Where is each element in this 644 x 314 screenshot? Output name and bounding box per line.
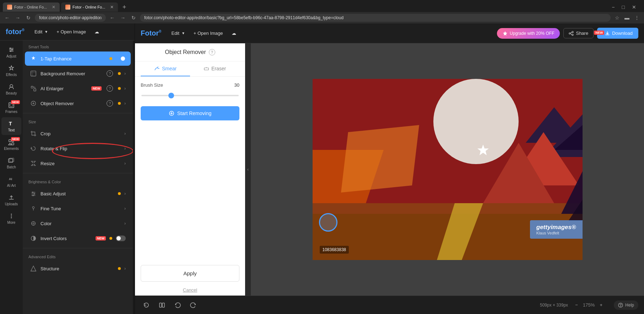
- tab-1[interactable]: Fotor - Online Fo... ✕: [3, 2, 60, 12]
- invert-icon: [30, 235, 37, 242]
- compare-button[interactable]: [156, 299, 168, 311]
- eraser-tab[interactable]: Eraser: [190, 61, 239, 76]
- right-edit-button[interactable]: Edit ▼: [167, 28, 189, 38]
- tab-2[interactable]: Fotor - Online Fo... ✕: [61, 2, 118, 12]
- zoom-out-button[interactable]: −: [572, 301, 581, 309]
- forward-button-2[interactable]: →: [119, 13, 127, 22]
- left-edit-button[interactable]: Edit ▼: [30, 27, 52, 37]
- svg-rect-21: [31, 86, 33, 88]
- tab-1-favicon: [7, 5, 12, 10]
- bg-remover-item[interactable]: Background Remover ? ›: [25, 66, 131, 81]
- ai-enlarger-info[interactable]: ?: [107, 85, 113, 92]
- invert-toggle[interactable]: [116, 236, 126, 241]
- sidebar-item-frames[interactable]: NEW Frames: [1, 99, 21, 117]
- undo-button[interactable]: [172, 299, 183, 311]
- advanced-label: Advanced Edits: [23, 250, 133, 261]
- one-tap-enhance-item[interactable]: 1-Tap Enhance: [25, 52, 131, 66]
- address-input-right[interactable]: [140, 14, 611, 22]
- tab-1-close[interactable]: ✕: [52, 5, 55, 10]
- svg-marker-32: [31, 266, 36, 271]
- object-remover-info[interactable]: ?: [107, 100, 113, 107]
- cancel-link[interactable]: Cancel: [135, 285, 245, 296]
- canvas-image: gettyimages® Klaus Vedfelt 1083683838: [313, 79, 583, 260]
- rotate-item[interactable]: Rotate & Flip ›: [25, 141, 131, 156]
- svg-marker-12: [9, 143, 11, 145]
- upgrade-button[interactable]: Upgrade with 20% OFF: [497, 28, 560, 39]
- help-button[interactable]: Help: [614, 301, 638, 310]
- right-cloud-button[interactable]: ☁: [227, 28, 240, 38]
- brush-size-row: Brush Size 30: [141, 82, 239, 88]
- sidebar-item-text[interactable]: T Text: [1, 117, 21, 135]
- basic-adjust-item[interactable]: Basic Adjust ›: [25, 186, 131, 201]
- resize-item[interactable]: Resize ›: [25, 156, 131, 170]
- minimize-button[interactable]: −: [610, 4, 617, 11]
- right-app-header: Fotor® Edit ▼ + Open Image ☁ Upgrade wit…: [135, 23, 644, 43]
- panel-collapse-handle[interactable]: ‹: [245, 43, 251, 296]
- share-button[interactable]: Share: [563, 28, 594, 38]
- redo-button[interactable]: [188, 299, 199, 311]
- back-button-2[interactable]: ←: [108, 13, 117, 22]
- close-button[interactable]: ✕: [630, 4, 638, 11]
- bg-remover-info[interactable]: ?: [107, 70, 113, 77]
- back-button[interactable]: ←: [3, 13, 11, 22]
- getty-text: gettyimages®: [536, 224, 576, 231]
- brush-size-slider[interactable]: [141, 95, 239, 96]
- brush-section: Brush Size 30: [135, 77, 245, 103]
- svg-point-3: [10, 48, 11, 49]
- new-tab-button[interactable]: +: [119, 2, 129, 12]
- getty-sub: Klaus Vedfelt: [536, 231, 576, 235]
- fine-tune-chevron: ›: [124, 206, 126, 211]
- canvas-area: gettyimages® Klaus Vedfelt 1083683838: [251, 43, 644, 296]
- browser-toolbar-icons: ☆ ▬ ⋮: [613, 13, 641, 22]
- zoom-in-button[interactable]: +: [597, 301, 605, 309]
- forward-button[interactable]: →: [13, 13, 22, 22]
- extensions-icon[interactable]: ▬: [623, 13, 631, 22]
- left-cloud-button[interactable]: ☁: [90, 27, 103, 37]
- download-button[interactable]: NEW Download: [597, 28, 638, 39]
- object-remover-item[interactable]: Object Remover ? ›: [25, 96, 131, 110]
- left-open-image-button[interactable]: + Open Image: [52, 27, 90, 37]
- image-id: 1083683838: [320, 246, 349, 254]
- download-new-badge: NEW: [594, 31, 604, 35]
- tab-2-close[interactable]: ✕: [110, 5, 114, 10]
- svg-text:T: T: [9, 121, 12, 126]
- rotate-chevron: ›: [124, 146, 126, 151]
- help-button-container[interactable]: Help: [614, 301, 638, 310]
- smear-tab[interactable]: Smear: [141, 61, 190, 76]
- reload-button-2[interactable]: ↻: [129, 13, 138, 22]
- brush-cursor: [319, 213, 337, 232]
- fine-tune-item[interactable]: Fine Tune ›: [25, 201, 131, 216]
- sidebar-item-beauty[interactable]: Beauty: [1, 80, 21, 98]
- batch-icon: [8, 157, 15, 164]
- sidebar-item-batch[interactable]: Batch: [1, 154, 21, 172]
- invert-colors-item[interactable]: Invert Colors NEW: [25, 231, 131, 245]
- history-button[interactable]: [141, 299, 152, 311]
- sidebar-item-elements[interactable]: NEW Elements: [1, 136, 21, 153]
- resize-icon: [30, 160, 37, 167]
- ai-enlarger-dot: [118, 87, 121, 90]
- color-item[interactable]: Color ›: [25, 216, 131, 231]
- reload-button[interactable]: ↻: [24, 13, 33, 22]
- crop-item[interactable]: Crop ›: [25, 126, 131, 141]
- object-panel-info[interactable]: ?: [209, 49, 215, 55]
- bookmark-icon[interactable]: ☆: [613, 13, 621, 22]
- sidebar-item-ai-art[interactable]: AI AI Art: [1, 173, 21, 190]
- one-tap-toggle[interactable]: [116, 56, 126, 61]
- menu-icon[interactable]: ⋮: [633, 13, 641, 22]
- sidebar-item-effects[interactable]: Effects: [1, 62, 21, 80]
- left-fotor-logo: fotor®: [6, 28, 25, 36]
- maximize-button[interactable]: □: [620, 4, 627, 11]
- svg-rect-10: [9, 140, 11, 142]
- sidebar-item-adjust[interactable]: Adjust: [1, 43, 21, 61]
- sidebar-item-uploads[interactable]: Uploads: [1, 191, 21, 209]
- getty-watermark: gettyimages® Klaus Vedfelt: [530, 220, 583, 239]
- ai-enlarger-item[interactable]: AI Enlarger NEW ? ›: [25, 81, 131, 96]
- right-open-image-button[interactable]: + Open Image: [189, 28, 227, 38]
- structure-item[interactable]: Structure ›: [25, 261, 131, 276]
- start-removing-button[interactable]: Start Removing: [141, 106, 239, 120]
- tab-2-favicon: [65, 5, 70, 10]
- apply-button[interactable]: Apply: [141, 265, 239, 282]
- svg-point-18: [11, 214, 12, 215]
- sidebar-item-more[interactable]: More: [1, 210, 21, 227]
- address-input-left[interactable]: [35, 14, 106, 22]
